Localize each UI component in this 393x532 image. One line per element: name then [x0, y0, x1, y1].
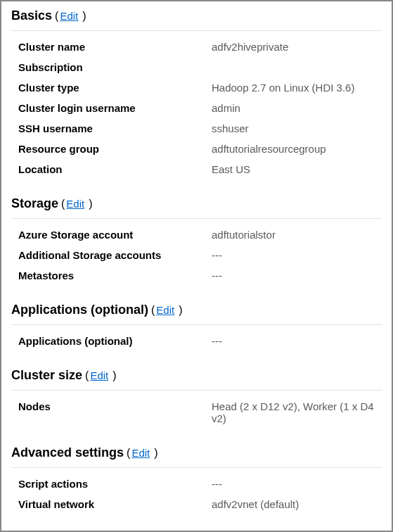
- row-value: adfv2hiveprivate: [212, 41, 382, 53]
- row-subscription: Subscription: [18, 57, 382, 77]
- edit-link-storage[interactable]: Edit: [66, 198, 84, 210]
- row-value: adfv2vnet (default): [212, 498, 382, 510]
- rows-advanced: Script actions --- Virtual network adfv2…: [11, 474, 382, 514]
- row-value: ---: [212, 335, 382, 347]
- section-cluster-size: Cluster size ( Edit ) Nodes Head (2 x D1…: [11, 364, 382, 429]
- row-value: admin: [212, 102, 382, 114]
- section-header-basics: Basics ( Edit ): [11, 8, 382, 31]
- row-value: Head (2 x D12 v2), Worker (1 x D4 v2): [212, 400, 382, 424]
- row-label: Metastores: [18, 270, 212, 281]
- edit-link-advanced[interactable]: Edit: [131, 447, 150, 459]
- row-label: Applications (optional): [18, 335, 212, 347]
- section-header-cluster-size: Cluster size ( Edit ): [11, 364, 382, 391]
- row-label: SSH username: [18, 122, 212, 134]
- section-header-advanced: Advanced settings ( Edit ): [11, 441, 382, 468]
- row-login-username: Cluster login username admin: [18, 98, 382, 118]
- row-resource-group: Resource group adftutorialresourcegroup: [18, 139, 382, 159]
- paren-open: (: [151, 304, 155, 317]
- row-metastores: Metastores ---: [18, 265, 382, 286]
- row-value: adftutorialresourcegroup: [212, 143, 382, 155]
- row-label: Cluster login username: [18, 102, 212, 114]
- rows-storage: Azure Storage account adftutorialstor Ad…: [11, 224, 382, 286]
- row-nodes: Nodes Head (2 x D12 v2), Worker (1 x D4 …: [18, 396, 382, 429]
- row-label: Cluster type: [18, 82, 212, 94]
- paren-open: (: [85, 369, 89, 382]
- paren-close: ): [112, 369, 116, 382]
- row-value: ---: [212, 478, 382, 490]
- rows-applications: Applications (optional) ---: [11, 331, 382, 351]
- row-label: Script actions: [18, 478, 212, 490]
- row-script-actions: Script actions ---: [18, 474, 382, 494]
- rows-cluster-size: Nodes Head (2 x D12 v2), Worker (1 x D4 …: [11, 396, 382, 429]
- rows-basics: Cluster name adfv2hiveprivate Subscripti…: [11, 37, 382, 179]
- edit-link-basics[interactable]: Edit: [60, 10, 78, 22]
- row-label: Additional Storage accounts: [18, 249, 212, 261]
- paren-open: (: [61, 198, 65, 210]
- section-title: Storage: [11, 196, 58, 211]
- row-label: Location: [18, 163, 212, 175]
- row-value: adftutorialstor: [212, 229, 382, 241]
- section-storage: Storage ( Edit ) Azure Storage account a…: [11, 192, 382, 286]
- edit-link-applications[interactable]: Edit: [156, 304, 174, 316]
- paren-close: ): [82, 10, 86, 23]
- section-header-storage: Storage ( Edit ): [11, 192, 382, 219]
- row-storage-account: Azure Storage account adftutorialstor: [18, 224, 382, 245]
- paren-open: (: [127, 447, 130, 460]
- row-value: Hadoop 2.7 on Linux (HDI 3.6): [212, 82, 382, 94]
- row-cluster-type: Cluster type Hadoop 2.7 on Linux (HDI 3.…: [18, 77, 382, 98]
- row-location: Location East US: [18, 159, 382, 179]
- row-applications: Applications (optional) ---: [18, 331, 382, 351]
- row-label: Resource group: [18, 143, 212, 155]
- paren-close: ): [179, 304, 182, 317]
- row-additional-storage: Additional Storage accounts ---: [18, 245, 382, 265]
- row-value: ---: [212, 270, 382, 281]
- section-title: Cluster size: [11, 368, 82, 383]
- row-label: Azure Storage account: [18, 229, 212, 241]
- section-applications: Applications (optional) ( Edit ) Applica…: [11, 298, 382, 351]
- section-basics: Basics ( Edit ) Cluster name adfv2hivepr…: [11, 8, 382, 179]
- section-title: Advanced settings: [11, 445, 124, 460]
- paren-open: (: [55, 10, 58, 23]
- row-label: Virtual network: [18, 498, 212, 510]
- paren-close: ): [89, 198, 92, 210]
- section-title: Applications (optional): [11, 303, 148, 317]
- row-value: sshuser: [212, 122, 382, 134]
- row-cluster-name: Cluster name adfv2hiveprivate: [18, 37, 382, 57]
- paren-close: ): [154, 447, 157, 460]
- row-label: Nodes: [18, 400, 212, 412]
- edit-link-cluster-size[interactable]: Edit: [90, 369, 108, 381]
- section-advanced: Advanced settings ( Edit ) Script action…: [11, 441, 382, 514]
- row-value: East US: [212, 163, 382, 175]
- row-virtual-network: Virtual network adfv2vnet (default): [18, 494, 382, 514]
- row-value: ---: [212, 249, 382, 261]
- section-header-applications: Applications (optional) ( Edit ): [11, 298, 382, 325]
- row-label: Subscription: [18, 61, 212, 73]
- section-title: Basics: [11, 8, 52, 23]
- row-ssh-username: SSH username sshuser: [18, 118, 382, 139]
- row-label: Cluster name: [18, 41, 212, 53]
